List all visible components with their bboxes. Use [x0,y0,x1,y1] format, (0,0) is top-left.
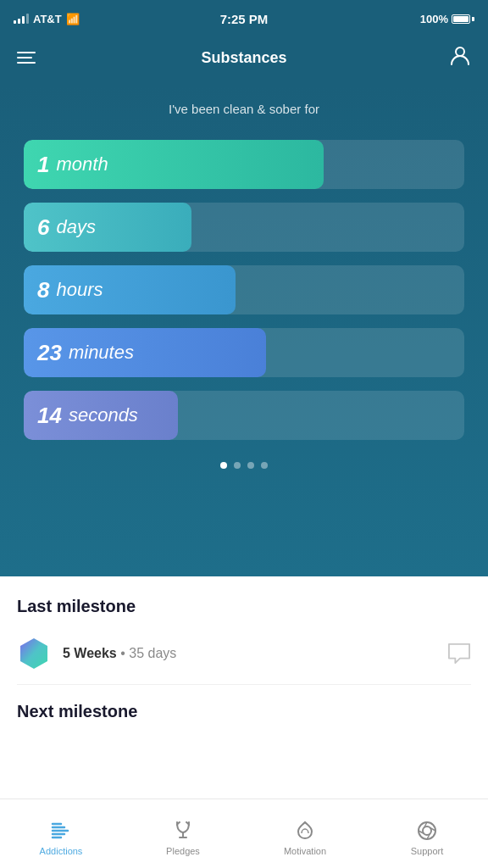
battery-percent: 100% [420,13,448,25]
pledges-label: Pledges [166,846,200,856]
days-num: 6 [37,214,49,241]
nav-addictions[interactable]: Addictions [0,812,122,856]
last-milestone-title: Last milestone [17,597,471,616]
seconds-bar-row: 14 seconds [24,387,464,443]
motivation-label: Motivation [284,846,326,856]
days-unit: days [56,216,95,238]
dot-4[interactable] [261,462,268,469]
milestone-weeks: 5 Weeks [63,646,117,660]
signal-bars-icon [14,14,29,24]
month-bar-fill: 1 month [24,140,324,189]
pledges-icon [171,819,195,843]
month-num: 1 [37,152,49,178]
profile-button[interactable] [449,44,471,71]
dot-1[interactable] [220,462,227,469]
nav-support[interactable]: Support [366,812,488,856]
header: Substances [0,34,488,85]
status-right: 100% [420,13,474,25]
nav-pledges[interactable]: Pledges [122,812,244,856]
milestone-row: 5 Weeks • 35 days [17,630,471,685]
hours-bar-fill: 8 hours [24,265,236,314]
minutes-unit: minutes [69,342,134,364]
addictions-label: Addictions [40,846,83,856]
minutes-bar-fill: 23 minutes [24,328,266,377]
days-bar-row: 6 days [24,199,464,255]
nav-motivation[interactable]: Motivation [244,812,366,856]
hours-unit: hours [56,279,103,301]
status-left: AT&T 📶 [14,13,80,25]
milestone-days-val: 35 days [129,646,176,660]
milestone-days: • [120,646,129,660]
status-time: 7:25 PM [220,12,269,26]
dot-3[interactable] [247,462,254,469]
page-dots [24,462,464,469]
content-section: Last milestone 5 Weeks • 35 days [0,576,488,721]
menu-button[interactable] [17,52,36,64]
seconds-bar-bg: 14 seconds [24,391,464,440]
dot-2[interactable] [234,462,241,469]
wifi-icon: 📶 [66,13,80,25]
support-label: Support [411,846,444,856]
minutes-num: 23 [37,340,62,366]
seconds-num: 14 [37,403,62,429]
milestone-text: 5 Weeks • 35 days [63,646,176,661]
addictions-icon [49,819,73,843]
header-title: Substances [201,49,286,67]
main-section: I've been clean & sober for 1 month 6 da… [0,85,488,576]
svg-point-0 [456,47,464,56]
chat-icon[interactable] [447,643,471,665]
days-bar-bg: 6 days [24,203,464,252]
month-bar-row: 1 month [24,136,464,192]
support-icon [415,819,439,843]
svg-point-7 [419,822,435,839]
next-milestone-title: Next milestone [17,702,471,721]
svg-marker-1 [20,638,47,669]
time-bars: 1 month 6 days 8 hours [24,136,464,443]
bottom-nav: Addictions Pledges Motivation Support [0,798,488,868]
minutes-bar-bg: 23 minutes [24,328,464,377]
motivation-icon [293,819,317,843]
hours-bar-row: 8 hours [24,262,464,318]
hours-bar-bg: 8 hours [24,265,464,314]
milestone-left: 5 Weeks • 35 days [17,637,176,670]
seconds-unit: seconds [69,404,138,426]
seconds-bar-fill: 14 seconds [24,391,178,440]
month-unit: month [56,153,108,175]
battery-icon [452,14,474,24]
status-bar: AT&T 📶 7:25 PM 100% [0,0,488,34]
days-bar-fill: 6 days [24,203,191,252]
milestone-hex-icon [17,637,51,670]
month-bar-bg: 1 month [24,140,464,189]
subtitle: I've been clean & sober for [24,102,464,116]
minutes-bar-row: 23 minutes [24,325,464,381]
carrier-label: AT&T [33,13,62,25]
hours-num: 8 [37,277,49,303]
